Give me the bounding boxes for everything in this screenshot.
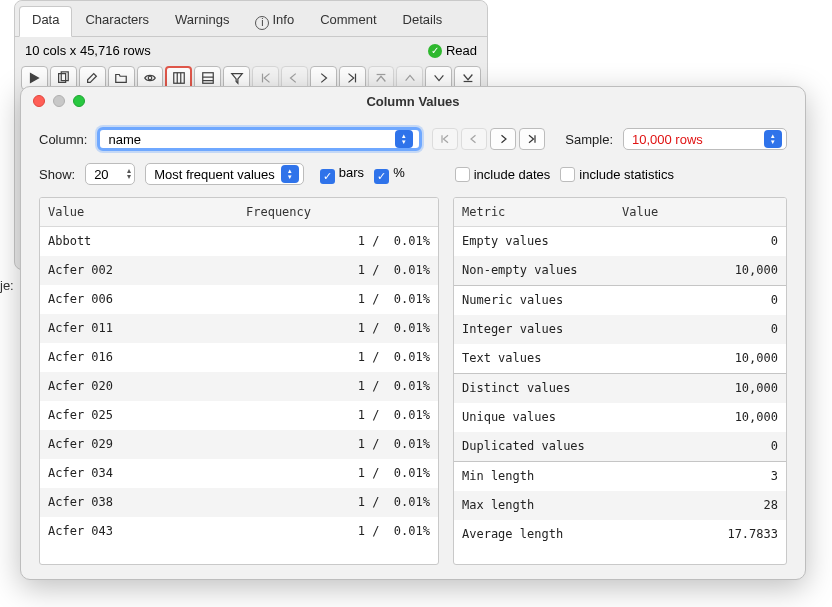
show-count-stepper[interactable]: 20 ▴▾ bbox=[85, 163, 135, 185]
tab-data[interactable]: Data bbox=[19, 6, 72, 37]
metric-value-column-header[interactable]: Value bbox=[614, 198, 786, 226]
value-cell: Acfer 025 bbox=[40, 401, 238, 429]
metric-cell: Max length bbox=[454, 491, 614, 519]
tab-details[interactable]: Details bbox=[390, 6, 456, 37]
nav-prev-button[interactable] bbox=[461, 128, 487, 150]
titlebar: Column Values bbox=[21, 87, 805, 115]
chevron-updown-icon bbox=[281, 165, 299, 183]
metric-value-cell: 0 bbox=[614, 432, 786, 460]
metric-value-cell: 0 bbox=[614, 227, 786, 255]
table-row[interactable]: Min length3 bbox=[454, 461, 786, 491]
metric-cell: Numeric values bbox=[454, 286, 614, 314]
maximize-icon[interactable] bbox=[73, 95, 85, 107]
column-select[interactable]: name bbox=[97, 127, 422, 151]
table-row[interactable]: Acfer 0341 / 0.01% bbox=[40, 459, 438, 488]
table-row[interactable]: Duplicated values0 bbox=[454, 432, 786, 461]
table-row[interactable]: Acfer 0021 / 0.01% bbox=[40, 256, 438, 285]
nav-last-button[interactable] bbox=[519, 128, 545, 150]
table-row[interactable]: Empty values0 bbox=[454, 227, 786, 256]
frequency-cell: 1 / 0.01% bbox=[238, 314, 438, 342]
bars-checkbox[interactable]: bars bbox=[320, 165, 364, 184]
metric-value-cell: 17.7833 bbox=[614, 520, 786, 548]
column-select-value: name bbox=[108, 132, 395, 147]
metric-value-cell: 10,000 bbox=[614, 403, 786, 431]
dimensions-label: 10 cols x 45,716 rows bbox=[25, 43, 151, 58]
percent-checkbox[interactable]: % bbox=[374, 165, 405, 184]
metrics-table: Metric Value Empty values0Non-empty valu… bbox=[453, 197, 787, 565]
chevron-updown-icon bbox=[395, 130, 413, 148]
tab-warnings[interactable]: Warnings bbox=[162, 6, 242, 37]
svg-rect-7 bbox=[203, 73, 214, 84]
include-dates-checkbox[interactable]: include dates bbox=[455, 167, 551, 182]
tab-info[interactable]: iInfo bbox=[242, 6, 307, 37]
table-row[interactable]: Acfer 0291 / 0.01% bbox=[40, 430, 438, 459]
frequency-cell: 1 / 0.01% bbox=[238, 430, 438, 458]
metric-value-cell: 10,000 bbox=[614, 344, 786, 372]
minimize-icon[interactable] bbox=[53, 95, 65, 107]
table-row[interactable]: Acfer 0161 / 0.01% bbox=[40, 343, 438, 372]
frequency-column-header[interactable]: Frequency bbox=[238, 198, 438, 226]
table-row[interactable]: Acfer 0201 / 0.01% bbox=[40, 372, 438, 401]
metric-value-cell: 0 bbox=[614, 286, 786, 314]
metric-cell: Text values bbox=[454, 344, 614, 372]
frequency-cell: 1 / 0.01% bbox=[238, 372, 438, 400]
frequency-cell: 1 / 0.01% bbox=[238, 459, 438, 487]
table-row[interactable]: Acfer 0381 / 0.01% bbox=[40, 488, 438, 517]
table-row[interactable]: Average length17.7833 bbox=[454, 520, 786, 549]
read-badge: ✓ Read bbox=[428, 43, 477, 58]
side-cropped-label: je: bbox=[0, 278, 14, 293]
value-cell: Abbott bbox=[40, 227, 238, 255]
metric-value-cell: 28 bbox=[614, 491, 786, 519]
show-label: Show: bbox=[39, 167, 75, 182]
table-row[interactable]: Acfer 0111 / 0.01% bbox=[40, 314, 438, 343]
frequency-cell: 1 / 0.01% bbox=[238, 285, 438, 313]
include-statistics-checkbox[interactable]: include statistics bbox=[560, 167, 674, 182]
metric-value-cell: 0 bbox=[614, 315, 786, 343]
value-cell: Acfer 038 bbox=[40, 488, 238, 516]
value-cell: Acfer 002 bbox=[40, 256, 238, 284]
nav-next-button[interactable] bbox=[490, 128, 516, 150]
frequency-cell: 1 / 0.01% bbox=[238, 401, 438, 429]
close-icon[interactable] bbox=[33, 95, 45, 107]
bg-tabs: DataCharactersWarningsiInfoCommentDetail… bbox=[15, 1, 487, 37]
tab-comment[interactable]: Comment bbox=[307, 6, 389, 37]
table-row[interactable]: Text values10,000 bbox=[454, 344, 786, 373]
table-row[interactable]: Acfer 0061 / 0.01% bbox=[40, 285, 438, 314]
metric-value-cell: 10,000 bbox=[614, 374, 786, 402]
metric-cell: Unique values bbox=[454, 403, 614, 431]
table-row[interactable]: Acfer 0431 / 0.01% bbox=[40, 517, 438, 546]
sample-select[interactable]: 10,000 rows bbox=[623, 128, 787, 150]
metric-value-cell: 10,000 bbox=[614, 256, 786, 284]
table-row[interactable]: Acfer 0251 / 0.01% bbox=[40, 401, 438, 430]
metric-cell: Distinct values bbox=[454, 374, 614, 402]
frequency-cell: 1 / 0.01% bbox=[238, 488, 438, 516]
column-values-window: Column Values Column: name Sample: 10,00… bbox=[20, 86, 806, 580]
value-column-header[interactable]: Value bbox=[40, 198, 238, 226]
metric-cell: Average length bbox=[454, 520, 614, 548]
metric-cell: Empty values bbox=[454, 227, 614, 255]
table-row[interactable]: Max length28 bbox=[454, 491, 786, 520]
sample-label: Sample: bbox=[565, 132, 613, 147]
metric-column-header[interactable]: Metric bbox=[454, 198, 614, 226]
value-cell: Acfer 034 bbox=[40, 459, 238, 487]
chevron-updown-icon bbox=[764, 130, 782, 148]
table-row[interactable]: Numeric values0 bbox=[454, 285, 786, 315]
value-cell: Acfer 006 bbox=[40, 285, 238, 313]
table-row[interactable]: Integer values0 bbox=[454, 315, 786, 344]
value-cell: Acfer 020 bbox=[40, 372, 238, 400]
frequency-cell: 1 / 0.01% bbox=[238, 517, 438, 545]
metric-cell: Integer values bbox=[454, 315, 614, 343]
table-row[interactable]: Unique values10,000 bbox=[454, 403, 786, 432]
value-cell: Acfer 043 bbox=[40, 517, 238, 545]
tab-characters[interactable]: Characters bbox=[72, 6, 162, 37]
checkbox-off-icon bbox=[560, 167, 575, 182]
table-row[interactable]: Distinct values10,000 bbox=[454, 373, 786, 403]
table-row[interactable]: Abbott1 / 0.01% bbox=[40, 227, 438, 256]
column-label: Column: bbox=[39, 132, 87, 147]
frequency-mode-select[interactable]: Most frequent values bbox=[145, 163, 304, 185]
table-row[interactable]: Non-empty values10,000 bbox=[454, 256, 786, 285]
frequency-cell: 1 / 0.01% bbox=[238, 227, 438, 255]
frequency-cell: 1 / 0.01% bbox=[238, 343, 438, 371]
svg-rect-4 bbox=[174, 73, 185, 84]
nav-first-button[interactable] bbox=[432, 128, 458, 150]
